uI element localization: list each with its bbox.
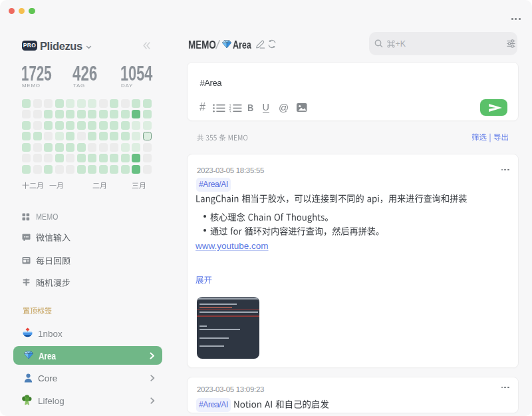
svg-text:3: 3 <box>229 109 231 112</box>
